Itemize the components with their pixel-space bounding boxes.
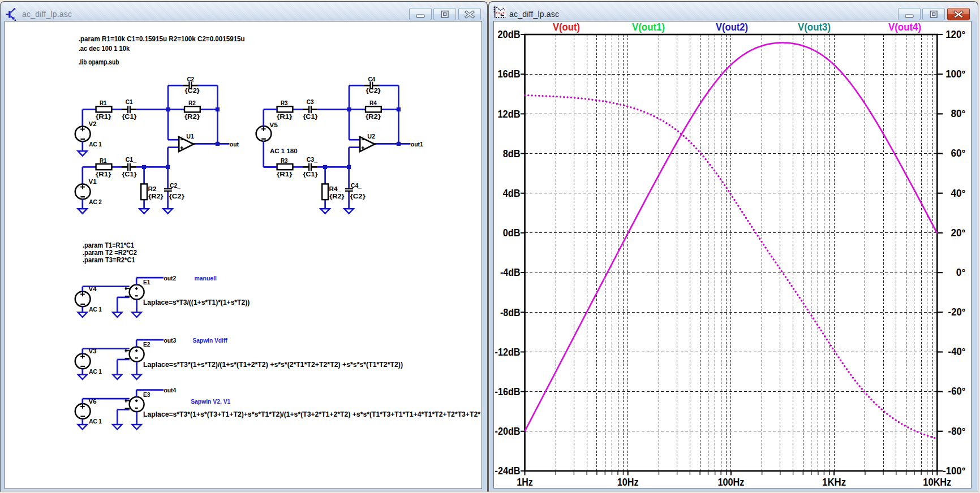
svg-text:{R1}: {R1} xyxy=(277,171,292,178)
svg-text:V1: V1 xyxy=(89,178,97,185)
svg-text:-20dB: -20dB xyxy=(495,425,521,437)
svg-text:R2_: R2_ xyxy=(148,185,161,192)
svg-text:C3: C3 xyxy=(307,98,314,105)
svg-text:R1: R1 xyxy=(100,157,107,164)
svg-text:R3: R3 xyxy=(281,100,288,106)
svg-text:-8dB: -8dB xyxy=(500,306,521,318)
svg-text:R4: R4 xyxy=(369,100,377,106)
svg-text:Sapwin V2, V1: Sapwin V2, V1 xyxy=(191,398,230,405)
svg-text:out4: out4 xyxy=(164,387,176,393)
svg-text:AC 1: AC 1 xyxy=(89,418,102,425)
svg-text:-60°: -60° xyxy=(948,385,966,397)
svg-text:C3_: C3_ xyxy=(307,156,318,163)
svg-text:Laplace=s*T3*(1+s*(T3+T1+T2)+s: Laplace=s*T3*(1+s*(T3+T1+T2)+s*s*T1*T2)/… xyxy=(143,410,481,418)
svg-text:E3: E3 xyxy=(143,391,151,398)
svg-text:R4_: R4_ xyxy=(329,185,342,192)
svg-text:1Hz: 1Hz xyxy=(517,476,532,488)
svg-text:V2: V2 xyxy=(89,120,97,127)
svg-text:{C2}: {C2} xyxy=(169,193,184,200)
svg-text:V(out1): V(out1) xyxy=(632,21,665,33)
svg-text:V5: V5 xyxy=(269,122,278,128)
svg-text:U1: U1 xyxy=(186,133,194,140)
svg-text:{R1}: {R1} xyxy=(96,113,111,120)
svg-text:-16dB: -16dB xyxy=(495,386,521,397)
svg-text:{C1}: {C1} xyxy=(122,171,136,178)
svg-text:100Hz: 100Hz xyxy=(717,476,744,488)
svg-text:.ac dec 100 1 10k: .ac dec 100 1 10k xyxy=(79,44,130,53)
svg-text:10Hz: 10Hz xyxy=(617,476,639,488)
svg-text:100°: 100° xyxy=(945,68,965,80)
svg-text:AC 1: AC 1 xyxy=(89,306,102,313)
svg-text:{C2}: {C2} xyxy=(350,193,366,200)
svg-text:R2: R2 xyxy=(188,100,196,106)
svg-text:Laplace=s*T3*(1+s*T2)/(1+s*(T1: Laplace=s*T3*(1+s*T2)/(1+s*(T1+2*T2) +s*… xyxy=(143,360,403,369)
svg-text:Sapwin Vdiff: Sapwin Vdiff xyxy=(192,337,227,344)
svg-text:U2: U2 xyxy=(367,133,375,140)
svg-text:10KHz: 10KHz xyxy=(923,476,951,488)
svg-text:60°: 60° xyxy=(951,147,966,159)
svg-text:C2_: C2_ xyxy=(170,182,180,189)
svg-text:{C1}: {C1} xyxy=(303,171,317,178)
svg-text:Laplace=s*T3/((1+s*T1)*(1+s*T2: Laplace=s*T3/((1+s*T1)*(1+s*T2)) xyxy=(143,298,250,306)
svg-text:20°: 20° xyxy=(951,227,966,239)
svg-text:-80°: -80° xyxy=(948,425,966,437)
svg-text:{C2}: {C2} xyxy=(366,87,381,94)
svg-text:out2: out2 xyxy=(164,275,176,282)
svg-text:-12dB: -12dB xyxy=(495,346,521,358)
svg-text:AC 2: AC 2 xyxy=(89,198,102,205)
svg-text:{C1}: {C1} xyxy=(303,113,317,120)
svg-text:C4_: C4_ xyxy=(351,182,362,189)
svg-text:1KHz: 1KHz xyxy=(822,476,846,488)
svg-text:V(out2): V(out2) xyxy=(716,21,748,33)
svg-text:20dB: 20dB xyxy=(498,28,521,40)
svg-text:-4dB: -4dB xyxy=(500,266,521,278)
svg-text:40°: 40° xyxy=(951,187,966,199)
svg-text:.lib opamp.sub: .lib opamp.sub xyxy=(79,58,119,66)
svg-text:V(out3): V(out3) xyxy=(798,21,831,33)
svg-text:{R1}: {R1} xyxy=(277,113,292,120)
svg-text:.param R1=10k C1=0.15915u R2=1: .param R1=10k C1=0.15915u R2=100k C2=0.0… xyxy=(79,34,245,43)
svg-text:8dB: 8dB xyxy=(503,148,521,159)
svg-text:-100°: -100° xyxy=(943,465,965,477)
svg-text:4dB: 4dB xyxy=(503,187,521,199)
svg-text:R3: R3 xyxy=(281,157,288,164)
svg-text:V4: V4 xyxy=(89,286,97,292)
svg-text:{C1}: {C1} xyxy=(122,113,136,120)
svg-text:C4: C4 xyxy=(368,76,375,83)
svg-text:{R2}: {R2} xyxy=(148,193,163,200)
svg-text:{R2}: {R2} xyxy=(366,113,381,120)
svg-text:-24dB: -24dB xyxy=(495,465,521,477)
svg-text:out1: out1 xyxy=(411,141,423,148)
svg-text:{C2}: {C2} xyxy=(185,87,200,94)
svg-text:C1: C1 xyxy=(126,98,133,105)
svg-text:.param T3=R2*C1: .param T3=R2*C1 xyxy=(83,256,135,264)
svg-text:{R2}: {R2} xyxy=(184,113,200,120)
svg-text:0dB: 0dB xyxy=(503,227,521,239)
svg-text:AC 1: AC 1 xyxy=(89,368,102,375)
svg-text:80°: 80° xyxy=(951,107,966,119)
svg-text:E1: E1 xyxy=(143,279,151,286)
svg-text:out3: out3 xyxy=(164,337,176,344)
svg-text:E2: E2 xyxy=(143,341,151,348)
svg-text:V(out): V(out) xyxy=(553,21,580,33)
svg-text:V(out4): V(out4) xyxy=(888,21,921,33)
svg-text:C1_: C1_ xyxy=(126,156,137,163)
svg-text:V3: V3 xyxy=(89,348,97,354)
svg-text:out: out xyxy=(230,141,239,148)
svg-text:R1: R1 xyxy=(100,100,107,106)
svg-text:V6: V6 xyxy=(89,398,97,405)
svg-text:120°: 120° xyxy=(945,28,965,40)
svg-text:12dB: 12dB xyxy=(498,108,521,120)
svg-text:-40°: -40° xyxy=(948,345,966,357)
svg-text:16dB: 16dB xyxy=(498,68,521,80)
svg-text:-20°: -20° xyxy=(948,306,966,318)
svg-text:AC 1 180: AC 1 180 xyxy=(270,148,298,154)
svg-text:C2: C2 xyxy=(187,76,194,83)
svg-text:0°: 0° xyxy=(956,266,966,278)
svg-text:AC 1: AC 1 xyxy=(89,141,102,148)
svg-text:{R1}: {R1} xyxy=(96,171,111,178)
svg-text:{R2}: {R2} xyxy=(329,193,344,200)
svg-text:manuell: manuell xyxy=(195,275,217,282)
